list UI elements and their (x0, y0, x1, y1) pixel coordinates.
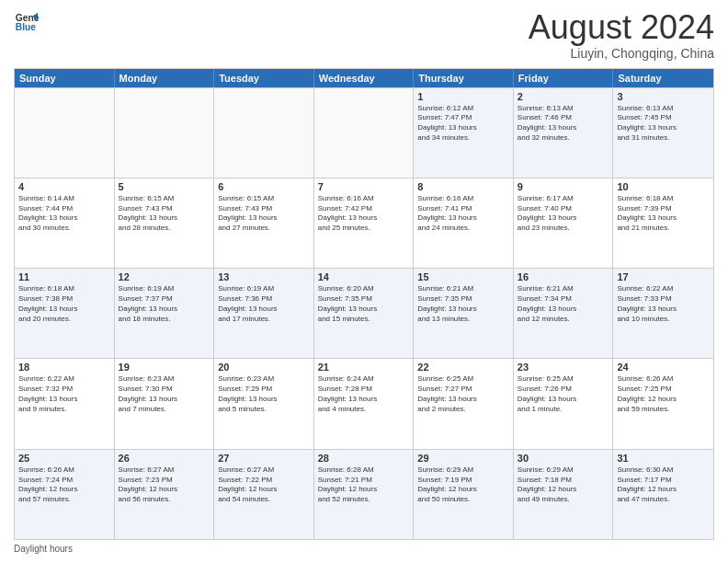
day-25: 25Sunrise: 6:26 AM Sunset: 7:24 PM Dayli… (15, 450, 115, 539)
empty-cell (115, 88, 215, 178)
day-number-10: 10 (617, 181, 710, 192)
day-info-5: Sunrise: 6:15 AM Sunset: 7:43 PM Dayligh… (119, 194, 210, 234)
day-number-2: 2 (518, 91, 609, 102)
day-info-26: Sunrise: 6:27 AM Sunset: 7:23 PM Dayligh… (119, 465, 210, 505)
day-number-22: 22 (417, 362, 509, 373)
day-info-14: Sunrise: 6:20 AM Sunset: 7:35 PM Dayligh… (318, 284, 410, 324)
logo-icon: General Blue (14, 9, 40, 35)
day-info-23: Sunrise: 6:25 AM Sunset: 7:26 PM Dayligh… (518, 374, 609, 414)
week-row-1: 1Sunrise: 6:12 AM Sunset: 7:47 PM Daylig… (15, 87, 713, 178)
day-2: 2Sunrise: 6:13 AM Sunset: 7:46 PM Daylig… (514, 88, 614, 178)
day-info-6: Sunrise: 6:15 AM Sunset: 7:43 PM Dayligh… (218, 194, 310, 234)
day-info-18: Sunrise: 6:22 AM Sunset: 7:32 PM Dayligh… (18, 374, 110, 414)
day-number-15: 15 (417, 271, 509, 282)
day-number-9: 9 (518, 181, 609, 192)
header-wednesday: Wednesday (314, 69, 415, 87)
day-number-24: 24 (617, 362, 710, 373)
day-number-19: 19 (119, 362, 210, 373)
header-saturday: Saturday (613, 69, 713, 87)
day-30: 30Sunrise: 6:29 AM Sunset: 7:18 PM Dayli… (514, 450, 614, 539)
day-14: 14Sunrise: 6:20 AM Sunset: 7:35 PM Dayli… (314, 269, 415, 358)
day-number-6: 6 (218, 181, 310, 192)
day-6: 6Sunrise: 6:15 AM Sunset: 7:43 PM Daylig… (214, 178, 314, 268)
day-number-28: 28 (318, 453, 410, 464)
day-number-3: 3 (617, 91, 710, 102)
day-info-8: Sunrise: 6:16 AM Sunset: 7:41 PM Dayligh… (417, 194, 509, 234)
day-number-13: 13 (218, 271, 310, 282)
day-info-10: Sunrise: 6:18 AM Sunset: 7:39 PM Dayligh… (617, 194, 710, 234)
day-4: 4Sunrise: 6:14 AM Sunset: 7:44 PM Daylig… (15, 178, 115, 268)
day-26: 26Sunrise: 6:27 AM Sunset: 7:23 PM Dayli… (115, 450, 215, 539)
day-info-3: Sunrise: 6:13 AM Sunset: 7:45 PM Dayligh… (617, 104, 710, 144)
day-info-17: Sunrise: 6:22 AM Sunset: 7:33 PM Dayligh… (617, 284, 710, 324)
day-number-23: 23 (518, 362, 609, 373)
logo: General Blue (14, 9, 40, 35)
day-info-22: Sunrise: 6:25 AM Sunset: 7:27 PM Dayligh… (417, 374, 509, 414)
day-info-7: Sunrise: 6:16 AM Sunset: 7:42 PM Dayligh… (318, 194, 410, 234)
day-10: 10Sunrise: 6:18 AM Sunset: 7:39 PM Dayli… (613, 178, 713, 268)
week-row-3: 11Sunrise: 6:18 AM Sunset: 7:38 PM Dayli… (15, 268, 713, 358)
day-27: 27Sunrise: 6:27 AM Sunset: 7:22 PM Dayli… (214, 450, 314, 539)
day-info-31: Sunrise: 6:30 AM Sunset: 7:17 PM Dayligh… (617, 465, 710, 505)
day-number-21: 21 (318, 362, 410, 373)
day-9: 9Sunrise: 6:17 AM Sunset: 7:40 PM Daylig… (514, 178, 614, 268)
header-sunday: Sunday (15, 69, 115, 87)
day-number-8: 8 (417, 181, 509, 192)
day-23: 23Sunrise: 6:25 AM Sunset: 7:26 PM Dayli… (514, 359, 614, 448)
header-thursday: Thursday (414, 69, 514, 87)
week-row-2: 4Sunrise: 6:14 AM Sunset: 7:44 PM Daylig… (15, 178, 713, 268)
calendar-body: 1Sunrise: 6:12 AM Sunset: 7:47 PM Daylig… (15, 87, 713, 539)
day-15: 15Sunrise: 6:21 AM Sunset: 7:35 PM Dayli… (414, 269, 514, 358)
day-number-25: 25 (18, 453, 110, 464)
day-info-9: Sunrise: 6:17 AM Sunset: 7:40 PM Dayligh… (518, 194, 609, 234)
day-info-15: Sunrise: 6:21 AM Sunset: 7:35 PM Dayligh… (417, 284, 509, 324)
day-number-29: 29 (417, 453, 509, 464)
page: General Blue August 2024 Liuyin, Chongqi… (0, 0, 728, 563)
day-24: 24Sunrise: 6:26 AM Sunset: 7:25 PM Dayli… (613, 359, 713, 448)
day-31: 31Sunrise: 6:30 AM Sunset: 7:17 PM Dayli… (613, 450, 713, 539)
day-number-11: 11 (18, 271, 110, 282)
day-29: 29Sunrise: 6:29 AM Sunset: 7:19 PM Dayli… (414, 450, 514, 539)
day-number-20: 20 (218, 362, 310, 373)
day-info-4: Sunrise: 6:14 AM Sunset: 7:44 PM Dayligh… (18, 194, 110, 234)
day-19: 19Sunrise: 6:23 AM Sunset: 7:30 PM Dayli… (115, 359, 215, 448)
day-12: 12Sunrise: 6:19 AM Sunset: 7:37 PM Dayli… (115, 269, 215, 358)
day-info-20: Sunrise: 6:23 AM Sunset: 7:29 PM Dayligh… (218, 374, 310, 414)
day-22: 22Sunrise: 6:25 AM Sunset: 7:27 PM Dayli… (414, 359, 514, 448)
calendar-header: SundayMondayTuesdayWednesdayThursdayFrid… (15, 69, 713, 87)
day-18: 18Sunrise: 6:22 AM Sunset: 7:32 PM Dayli… (15, 359, 115, 448)
footer-note: Daylight hours (14, 544, 714, 554)
day-21: 21Sunrise: 6:24 AM Sunset: 7:28 PM Dayli… (314, 359, 415, 448)
day-info-16: Sunrise: 6:21 AM Sunset: 7:34 PM Dayligh… (518, 284, 609, 324)
calendar: SundayMondayTuesdayWednesdayThursdayFrid… (14, 68, 714, 540)
day-number-27: 27 (218, 453, 310, 464)
day-info-2: Sunrise: 6:13 AM Sunset: 7:46 PM Dayligh… (518, 104, 609, 144)
day-8: 8Sunrise: 6:16 AM Sunset: 7:41 PM Daylig… (414, 178, 514, 268)
svg-text:Blue: Blue (16, 22, 37, 32)
subtitle: Liuyin, Chongqing, China (529, 46, 714, 61)
day-number-17: 17 (617, 271, 710, 282)
day-number-12: 12 (119, 271, 210, 282)
empty-cell (15, 88, 115, 178)
day-info-27: Sunrise: 6:27 AM Sunset: 7:22 PM Dayligh… (218, 465, 310, 505)
day-16: 16Sunrise: 6:21 AM Sunset: 7:34 PM Dayli… (514, 269, 614, 358)
day-info-11: Sunrise: 6:18 AM Sunset: 7:38 PM Dayligh… (18, 284, 110, 324)
day-number-30: 30 (518, 453, 609, 464)
empty-cell (314, 88, 415, 178)
day-number-5: 5 (119, 181, 210, 192)
day-info-25: Sunrise: 6:26 AM Sunset: 7:24 PM Dayligh… (18, 465, 110, 505)
day-info-30: Sunrise: 6:29 AM Sunset: 7:18 PM Dayligh… (518, 465, 609, 505)
day-17: 17Sunrise: 6:22 AM Sunset: 7:33 PM Dayli… (613, 269, 713, 358)
day-info-1: Sunrise: 6:12 AM Sunset: 7:47 PM Dayligh… (417, 104, 509, 144)
day-20: 20Sunrise: 6:23 AM Sunset: 7:29 PM Dayli… (214, 359, 314, 448)
day-number-4: 4 (18, 181, 110, 192)
day-info-24: Sunrise: 6:26 AM Sunset: 7:25 PM Dayligh… (617, 374, 710, 414)
day-info-28: Sunrise: 6:28 AM Sunset: 7:21 PM Dayligh… (318, 465, 410, 505)
main-title: August 2024 (529, 9, 714, 46)
day-number-26: 26 (119, 453, 210, 464)
day-info-12: Sunrise: 6:19 AM Sunset: 7:37 PM Dayligh… (119, 284, 210, 324)
day-number-18: 18 (18, 362, 110, 373)
day-info-19: Sunrise: 6:23 AM Sunset: 7:30 PM Dayligh… (119, 374, 210, 414)
header-monday: Monday (115, 69, 215, 87)
day-number-14: 14 (318, 271, 410, 282)
